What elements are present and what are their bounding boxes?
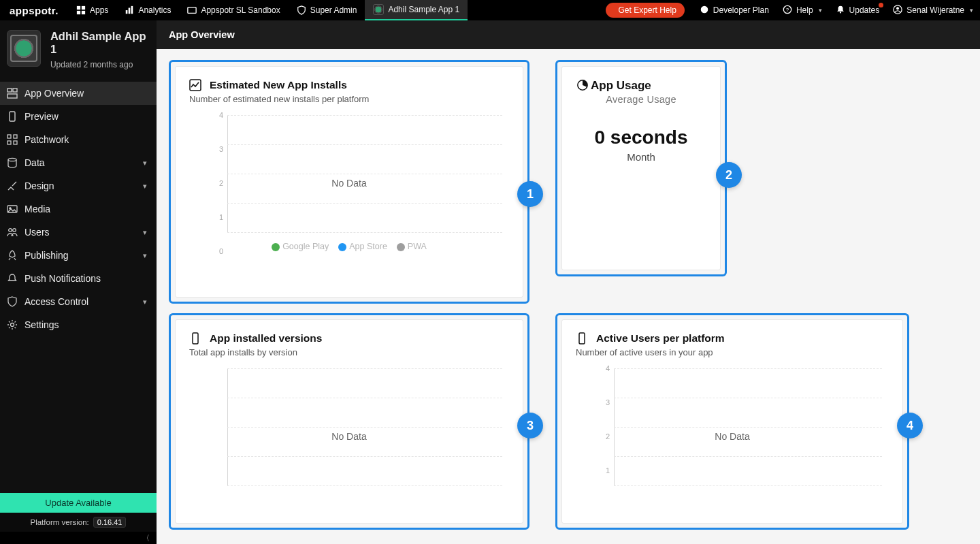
- plan-indicator[interactable]: Developer Plan: [693, 0, 776, 20]
- panel-installs: Estimated New App Installs Number of est…: [175, 66, 523, 298]
- chevron-down-icon: ▾: [143, 159, 147, 167]
- svg-rect-16: [13, 89, 17, 92]
- notification-dot-icon: [879, 3, 883, 7]
- sidebar-item-push[interactable]: Push Notifications: [0, 267, 157, 290]
- database-icon: [7, 157, 18, 168]
- installs-nodata: No Data: [189, 178, 509, 189]
- sidebar-item-label: Data: [24, 157, 45, 168]
- sidebar-item-patchwork[interactable]: Patchwork: [0, 128, 157, 151]
- ytick: 1: [596, 466, 610, 475]
- versions-nodata: No Data: [189, 431, 509, 442]
- app-updated: Updated 2 months ago: [50, 60, 147, 69]
- svg-point-23: [8, 158, 16, 161]
- phone-icon: [576, 332, 588, 345]
- sidebar-item-label: Publishing: [24, 250, 69, 261]
- topnav-analytics-label: Analytics: [138, 5, 171, 15]
- sidebar-item-publishing[interactable]: Publishing ▾: [0, 244, 157, 267]
- brand-logo[interactable]: appspotr.: [0, 5, 68, 16]
- ytick: 4: [210, 111, 223, 119]
- sidebar: Adhil Sample App 1 Updated 2 months ago …: [0, 20, 157, 544]
- updates-label: Updates: [849, 5, 880, 15]
- sidebar-item-label: Push Notifications: [24, 273, 101, 284]
- tour-badge-1[interactable]: 1: [517, 181, 543, 207]
- update-available-banner[interactable]: Update Available: [0, 493, 157, 513]
- svg-rect-31: [193, 333, 198, 344]
- updates-menu[interactable]: Updates: [829, 0, 887, 20]
- sidebar-item-users[interactable]: Users ▾: [0, 221, 157, 244]
- sidebar-item-label: Access Control: [24, 296, 88, 307]
- burst-icon: [700, 5, 709, 16]
- sidebar-item-design[interactable]: Design ▾: [0, 174, 157, 197]
- panel-active-subtitle: Number of active users in your app: [576, 347, 889, 357]
- apps-icon: [76, 5, 86, 15]
- svg-rect-32: [579, 333, 585, 344]
- user-menu[interactable]: Senal Wijeratne ▾: [886, 0, 980, 20]
- panel-installs-subtitle: Number of estimated new installs per pla…: [189, 94, 509, 104]
- get-expert-help-button[interactable]: Get Expert Help: [606, 3, 684, 18]
- svg-rect-19: [7, 135, 11, 138]
- sidebar-item-settings[interactable]: Settings: [0, 313, 157, 336]
- ytick: 3: [210, 145, 223, 153]
- svg-rect-0: [77, 6, 80, 10]
- svg-rect-7: [188, 7, 196, 14]
- chevron-down-icon: ▾: [143, 298, 147, 306]
- panel-active-title: Active Users per platform: [596, 332, 725, 345]
- dot-icon: [338, 243, 346, 251]
- platform-version-badge: 0.16.41: [93, 517, 127, 528]
- topnav-sandbox[interactable]: Appspotr SL Sandbox: [179, 0, 288, 20]
- bell-icon: [7, 273, 18, 284]
- sidebar-item-label: Preview: [24, 111, 59, 122]
- svg-rect-15: [7, 89, 12, 92]
- tour-badge-2[interactable]: 2: [716, 162, 742, 188]
- sidebar-item-data[interactable]: Data ▾: [0, 151, 157, 174]
- sidebar-item-label: App Overview: [24, 88, 84, 99]
- svg-rect-3: [82, 11, 85, 14]
- shield-icon: [297, 5, 306, 15]
- chevron-down-icon: ▾: [143, 228, 147, 237]
- topnav-analytics[interactable]: Analytics: [116, 0, 179, 20]
- topnav-sandbox-label: Appspotr SL Sandbox: [201, 5, 280, 15]
- app-name: Adhil Sample App 1: [50, 30, 147, 56]
- help-menu[interactable]: ? Help ▾: [776, 0, 829, 20]
- sidebar-item-access-control[interactable]: Access Control ▾: [0, 290, 157, 313]
- dot-icon: [272, 243, 280, 251]
- shield-icon: [7, 296, 18, 307]
- svg-rect-21: [7, 141, 11, 144]
- installs-legend: Google Play App Store PWA: [189, 242, 509, 251]
- sidebar-item-label: Media: [24, 204, 50, 214]
- topnav-superadmin[interactable]: Super Admin: [289, 0, 365, 20]
- avatar-icon: [893, 5, 902, 16]
- card-icon: [187, 5, 197, 15]
- tour-badge-3[interactable]: 3: [517, 413, 543, 438]
- sidebar-item-label: Patchwork: [24, 134, 69, 145]
- ytick: 4: [596, 364, 610, 372]
- help-icon: ?: [783, 5, 792, 16]
- sidebar-nav: App Overview Preview Patchwork Data ▾ De…: [0, 82, 157, 493]
- sidebar-collapse[interactable]: 〈: [0, 532, 157, 544]
- tour-step-4: Active Users per platform Number of acti…: [555, 313, 909, 530]
- sidebar-item-preview[interactable]: Preview: [0, 105, 157, 128]
- app-icon[interactable]: [7, 30, 41, 67]
- chevron-down-icon: ▾: [143, 182, 147, 191]
- svg-rect-17: [7, 94, 17, 98]
- topnav-apps[interactable]: Apps: [68, 0, 116, 20]
- sidebar-item-label: Settings: [24, 319, 59, 330]
- overview-icon: [7, 88, 18, 99]
- svg-point-26: [9, 229, 12, 232]
- svg-text:?: ?: [786, 6, 789, 12]
- app-header: Adhil Sample App 1 Updated 2 months ago: [0, 20, 157, 76]
- active-nodata: No Data: [576, 431, 889, 442]
- tour-badge-4[interactable]: 4: [897, 413, 923, 438]
- legend-item-pwa: PWA: [397, 242, 427, 251]
- topnav-current-app[interactable]: Adhil Sample App 1: [365, 0, 468, 20]
- svg-rect-6: [131, 6, 133, 14]
- panel-usage: App Usage Average Usage 0 seconds Month: [561, 66, 721, 270]
- panel-versions-subtitle: Total app installs by version: [189, 347, 509, 357]
- platform-version-row: Platform version: 0.16.41: [0, 513, 157, 532]
- ytick: 3: [596, 398, 610, 406]
- sidebar-item-app-overview[interactable]: App Overview: [0, 82, 157, 105]
- page-title-bar: App Overview: [157, 20, 980, 49]
- analytics-icon: [125, 5, 134, 15]
- sidebar-item-media[interactable]: Media: [0, 197, 157, 221]
- usage-subtitle: Average Usage: [576, 94, 706, 105]
